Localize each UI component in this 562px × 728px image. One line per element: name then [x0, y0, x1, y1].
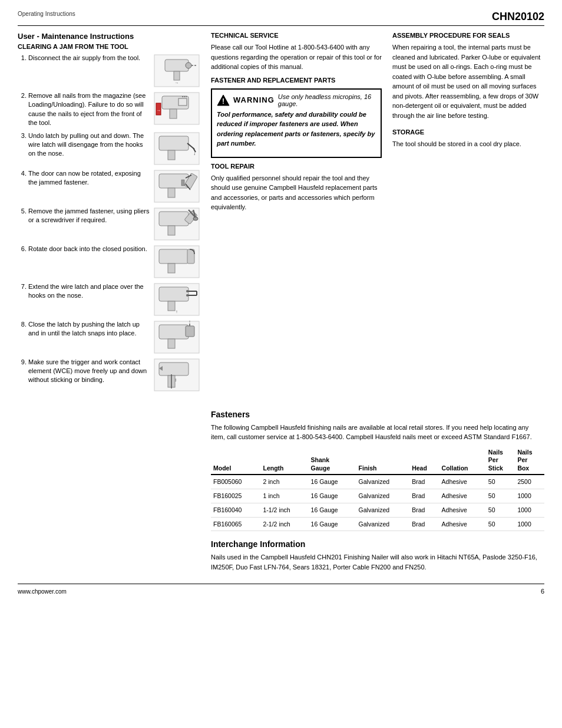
svg-rect-24 — [168, 188, 175, 197]
svg-rect-38 — [168, 263, 175, 273]
table-cell-1-0: FB160025 — [211, 489, 261, 503]
step-3: Undo latch by pulling out and down. The … — [28, 131, 200, 166]
footer-website: www.chpower.com — [18, 588, 67, 595]
table-cell-0-1: 2 inch — [261, 475, 309, 489]
svg-rect-51 — [186, 326, 194, 337]
th-head: Head — [409, 447, 439, 475]
table-cell-0-2: 16 Gauge — [309, 475, 356, 489]
svg-rect-29 — [159, 212, 189, 226]
table-cell-3-7: 1000 — [515, 517, 544, 531]
fasteners-table: Model Length ShankGauge Finish Head Coll… — [211, 447, 544, 532]
table-cell-2-4: Brad — [409, 503, 439, 517]
table-cell-2-2: 16 Gauge — [309, 503, 356, 517]
svg-text:!: ! — [222, 97, 224, 106]
table-cell-1-3: Galvanized — [356, 489, 410, 503]
table-cell-3-5: Adhesive — [439, 517, 486, 531]
svg-text:↕: ↕ — [174, 377, 177, 383]
tech-service-title: TECHNICAL SERVICE — [211, 32, 382, 39]
svg-rect-16 — [159, 136, 189, 150]
svg-text:↑: ↑ — [189, 320, 191, 324]
step-3-image: ↓ — [153, 131, 200, 166]
step-9-text: Make sure the trigger and work contact e… — [28, 358, 150, 385]
table-cell-1-4: Brad — [409, 489, 439, 503]
step-9: Make sure the trigger and work contact e… — [28, 358, 200, 392]
step-5-text: Remove the jammed fastener, using pliers… — [28, 207, 150, 225]
svg-text:↑: ↑ — [176, 309, 178, 314]
tech-service-section: TECHNICAL SERVICE Please call our Tool H… — [211, 32, 382, 212]
step-6: Rotate door back into the closed positio… — [28, 245, 200, 279]
footer: www.chpower.com 6 — [18, 584, 544, 595]
assembly-title: ASSEMBLY PROCEDURE FOR SEALS — [392, 32, 544, 39]
storage-text: The tool should be stored in a cool dry … — [392, 139, 544, 149]
middle-column: TECHNICAL SERVICE Please call our Tool H… — [211, 32, 382, 396]
warning-italic: Use only headless micropins, 16 gauge. — [278, 93, 376, 107]
fasteners-section: Fasteners The following Campbell Hausfel… — [211, 410, 544, 532]
step-8-text: Close the latch by pushing the latch up … — [28, 320, 150, 338]
th-nails-stick: NailsPerStick — [486, 447, 515, 475]
assembly-text: When repairing a tool, the internal part… — [392, 42, 544, 120]
svg-text:→: → — [175, 81, 179, 85]
th-length: Length — [261, 447, 309, 475]
main-content: User - Maintenance Instructions CLEARING… — [18, 32, 544, 396]
step-7: Extend the wire latch and place over the… — [28, 282, 200, 317]
tech-service-text: Please call our Tool Hotline at 1-800-54… — [211, 42, 382, 72]
steps-list: Disconnect the air supply from the tool.… — [18, 54, 200, 392]
svg-text:↓: ↓ — [193, 151, 196, 156]
step-6-image — [153, 245, 200, 279]
step-3-text: Undo latch by pulling out and down. The … — [28, 131, 150, 159]
table-cell-2-1: 1-1/2 inch — [261, 503, 309, 517]
table-cell-1-1: 1 inch — [261, 489, 309, 503]
th-shank: ShankGauge — [309, 447, 356, 475]
operating-instructions-label: Operating Instructions — [18, 11, 75, 17]
step-2-text: Remove all nails from the magazine (see … — [28, 91, 150, 128]
svg-rect-49 — [159, 325, 189, 339]
step-4: The door can now be rotated, exposing th… — [28, 169, 200, 203]
svg-rect-37 — [187, 249, 194, 263]
svg-rect-2 — [174, 71, 180, 80]
table-row: FB1600652-1/2 inch16 GaugeGalvanizedBrad… — [211, 517, 544, 531]
step-2: Remove all nails from the magazine (see … — [28, 91, 200, 128]
svg-rect-8 — [170, 109, 177, 118]
storage-section: STORAGE The tool should be stored in a c… — [392, 129, 544, 149]
fasteners-intro: The following Campbell Hausfeld finishin… — [211, 423, 544, 442]
table-cell-2-7: 1000 — [515, 503, 544, 517]
table-cell-1-6: 50 — [486, 489, 515, 503]
table-cell-3-0: FB160065 — [211, 517, 261, 531]
step-4-text: The door can now be rotated, exposing th… — [28, 169, 150, 187]
right-column: ASSEMBLY PROCEDURE FOR SEALS When repair… — [392, 32, 544, 396]
step-5-image — [153, 207, 200, 241]
svg-rect-9 — [178, 98, 187, 106]
table-row: FB1600251 inch16 GaugeGalvanizedBradAdhe… — [211, 489, 544, 503]
warning-triangle-icon: ! — [217, 94, 230, 106]
svg-rect-17 — [168, 150, 175, 160]
interchange-title: Interchange Information — [211, 539, 544, 549]
warning-body-text: Tool performance, safety and durability … — [217, 110, 376, 149]
table-cell-0-0: FB005060 — [211, 475, 261, 489]
svg-rect-27 — [181, 180, 184, 186]
footer-page-number: 6 — [541, 588, 544, 595]
warning-label: WARNING — [233, 95, 275, 104]
table-cell-0-4: Brad — [409, 475, 439, 489]
svg-rect-1 — [165, 60, 189, 71]
step-2-image: → — [153, 91, 200, 126]
table-cell-0-7: 2500 — [515, 475, 544, 489]
svg-text:→: → — [156, 108, 161, 113]
step-7-image: ↑ — [153, 282, 200, 317]
table-cell-2-0: FB160040 — [211, 503, 261, 517]
svg-rect-31 — [168, 226, 175, 235]
fastener-parts-title: FASTENER AND REPLACEMENT PARTS — [211, 77, 382, 84]
step-1: Disconnect the air supply from the tool.… — [28, 54, 200, 88]
svg-rect-55 — [159, 363, 189, 375]
th-collation: Collation — [439, 447, 486, 475]
left-column: User - Maintenance Instructions CLEARING… — [18, 32, 200, 396]
table-cell-2-6: 50 — [486, 503, 515, 517]
warning-box: ! WARNING Use only headless micropins, 1… — [211, 88, 382, 158]
step-9-image: ↕ — [153, 358, 200, 392]
svg-rect-50 — [168, 339, 175, 348]
page: Operating Instructions CHN20102 User - M… — [0, 0, 562, 728]
subsection-title: CLEARING A JAM FROM THE TOOL — [18, 43, 200, 50]
step-6-text: Rotate door back into the closed positio… — [28, 245, 150, 253]
section-title: User - Maintenance Instructions — [18, 32, 200, 41]
table-cell-0-6: 50 — [486, 475, 515, 489]
table-row: FB0050602 inch16 GaugeGalvanizedBradAdhe… — [211, 475, 544, 489]
